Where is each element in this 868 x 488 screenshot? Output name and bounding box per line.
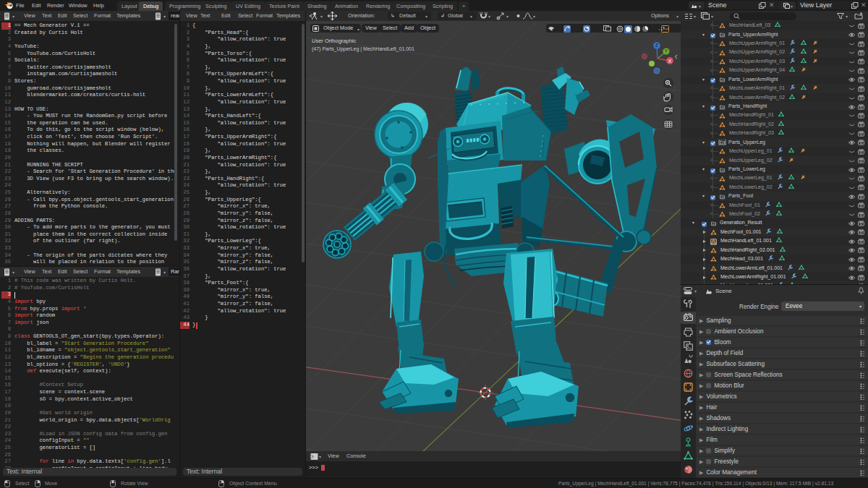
svg-text:Z: Z xyxy=(655,43,658,48)
svg-text:X: X xyxy=(668,59,672,64)
svg-text:Y: Y xyxy=(665,48,668,53)
